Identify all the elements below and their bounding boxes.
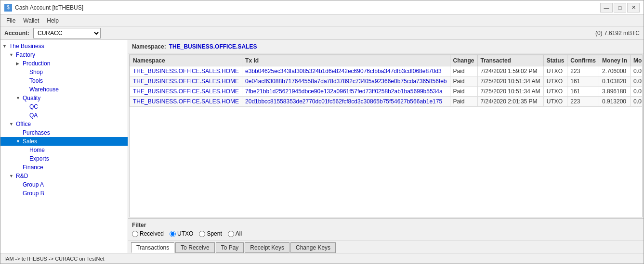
sidebar-item-group-a[interactable]: Group A	[0, 180, 128, 189]
tab-to-pay[interactable]: To Pay	[216, 242, 244, 253]
main-window: $ Cash Account [tcTHEBUS] — □ ✕ File Wal…	[0, 0, 644, 264]
sidebar-label-group-a: Group A	[23, 181, 44, 188]
sidebar-label-production: Production	[23, 60, 50, 67]
sidebar-label-quality: Quality	[23, 95, 40, 101]
sidebar-item-office[interactable]: ▼Office	[0, 120, 128, 128]
sidebar-item-exports[interactable]: Exports	[0, 154, 128, 163]
sidebar-label-exports: Exports	[29, 155, 49, 162]
account-balance: (0) 7.6192 mBTC	[595, 30, 640, 37]
col-change: Change	[450, 55, 477, 66]
sidebar-item-finance[interactable]: Finance	[0, 163, 128, 172]
sidebar-label-warehouse: Warehouse	[29, 86, 59, 93]
sidebar-label-shop: Shop	[29, 69, 43, 75]
tab-receipt-keys[interactable]: Receipt Keys	[245, 242, 289, 253]
sidebar-item-purchases[interactable]: Purchases	[0, 128, 128, 137]
status-text: IAM -> tcTHEBUS -> CURACC on TestNet	[4, 256, 105, 262]
sidebar-item-factory[interactable]: ▼Factory	[0, 50, 128, 59]
sidebar-item-production[interactable]: ▶Production	[0, 59, 128, 68]
table-row[interactable]: THE_BUSINESS.OFFICE.SALES.HOME20d1bbcc81…	[130, 97, 643, 107]
namespace-label: Namespace:	[132, 43, 166, 50]
namespace-bar: Namespace: THE_BUSINESS.OFFICE.SALES	[128, 40, 644, 53]
sidebar-item-qc[interactable]: QC	[0, 102, 128, 111]
transaction-table: Namespace Tx Id Change Transacted Status…	[130, 55, 643, 107]
sidebar-item-shop[interactable]: Shop	[0, 68, 128, 76]
filter-label: Filter	[132, 222, 640, 228]
account-label: Account:	[4, 30, 29, 37]
menu-wallet[interactable]: Wallet	[19, 16, 43, 25]
sidebar-item-group-b[interactable]: Group B	[0, 189, 128, 198]
sidebar-label-rnd: R&D	[16, 173, 28, 179]
sidebar-item-quality[interactable]: ▼Quality	[0, 94, 128, 102]
sidebar-item-home[interactable]: Home	[0, 146, 128, 154]
status-bar: IAM -> tcTHEBUS -> CURACC on TestNet	[0, 253, 644, 264]
sidebar-label-sales: Sales	[23, 138, 37, 145]
sidebar-item-rnd[interactable]: ▼R&D	[0, 172, 128, 180]
tab-bar: TransactionsTo ReceiveTo PayReceipt Keys…	[128, 240, 644, 253]
filter-utxo[interactable]: UTXO	[170, 230, 193, 237]
sidebar-label-tools: Tools	[29, 77, 43, 84]
sidebar-label-home: Home	[29, 147, 45, 153]
col-confirms: Confirms	[567, 55, 599, 66]
table-body: THE_BUSINESS.OFFICE.SALES.HOMEe3bb04625e…	[130, 66, 643, 107]
transaction-table-container: Namespace Tx Id Change Transacted Status…	[129, 54, 643, 217]
close-button[interactable]: ✕	[627, 3, 640, 13]
filter-received[interactable]: Received	[132, 230, 164, 237]
sidebar-label-factory: Factory	[16, 51, 35, 58]
col-transacted: Transacted	[477, 55, 543, 66]
tab-to-receive[interactable]: To Receive	[175, 242, 214, 253]
menu-bar: File Wallet Help	[0, 15, 644, 26]
main-content: ▼The Business▼Factory▶ProductionShopTool…	[0, 40, 644, 253]
account-bar: Account: CURACC (0) 7.6192 mBTC	[0, 26, 644, 40]
maximize-button[interactable]: □	[614, 3, 626, 13]
filter-spent[interactable]: Spent	[199, 230, 222, 237]
sidebar-label-office: Office	[16, 121, 31, 127]
filter-all[interactable]: All	[228, 230, 242, 237]
minimize-button[interactable]: —	[600, 3, 613, 13]
col-money-in: Money In	[599, 55, 630, 66]
sidebar-item-the-business[interactable]: ▼The Business	[0, 42, 128, 50]
title-bar: $ Cash Account [tcTHEBUS] — □ ✕	[0, 0, 644, 15]
sidebar-item-warehouse[interactable]: Warehouse	[0, 85, 128, 94]
window-title: Cash Account [tcTHEBUS]	[15, 4, 600, 11]
menu-help[interactable]: Help	[43, 16, 63, 25]
col-txid: Tx Id	[242, 55, 450, 66]
sidebar-item-sales[interactable]: ▼Sales	[0, 137, 128, 146]
filter-area: Filter Received UTXO Spent All	[128, 218, 644, 240]
sidebar-label-purchases: Purchases	[23, 129, 50, 136]
sidebar-item-tools[interactable]: Tools	[0, 76, 128, 85]
table-row[interactable]: THE_BUSINESS.OFFICE.SALES.HOMEe3bb04625e…	[130, 66, 643, 76]
col-money-out: Money Out	[631, 55, 643, 66]
sidebar-label-finance: Finance	[23, 164, 43, 171]
col-namespace: Namespace	[130, 55, 242, 66]
sidebar-label-qc: QC	[29, 103, 38, 110]
tab-transactions[interactable]: Transactions	[131, 242, 174, 253]
sidebar-label-group-b: Group B	[23, 190, 44, 197]
tab-change-keys[interactable]: Change Keys	[290, 242, 336, 253]
namespace-value: THE_BUSINESS.OFFICE.SALES	[169, 43, 257, 50]
filter-radios: Received UTXO Spent All	[132, 230, 640, 237]
table-header: Namespace Tx Id Change Transacted Status…	[130, 55, 643, 66]
sidebar: ▼The Business▼Factory▶ProductionShopTool…	[0, 40, 128, 253]
table-row[interactable]: THE_BUSINESS.OFFICE.SALES.HOME0e04acf630…	[130, 76, 643, 87]
app-icon: $	[4, 4, 12, 12]
account-select[interactable]: CURACC	[33, 28, 101, 38]
col-status: Status	[543, 55, 567, 66]
window-controls: — □ ✕	[600, 3, 640, 13]
right-panel: Namespace: THE_BUSINESS.OFFICE.SALES Nam…	[128, 40, 644, 253]
sidebar-label-qa: QA	[29, 112, 38, 119]
menu-file[interactable]: File	[2, 16, 19, 25]
sidebar-item-qa[interactable]: QA	[0, 111, 128, 120]
sidebar-label-the-business: The Business	[9, 43, 44, 50]
table-row[interactable]: THE_BUSINESS.OFFICE.SALES.HOME7fbe21bb1d…	[130, 87, 643, 97]
